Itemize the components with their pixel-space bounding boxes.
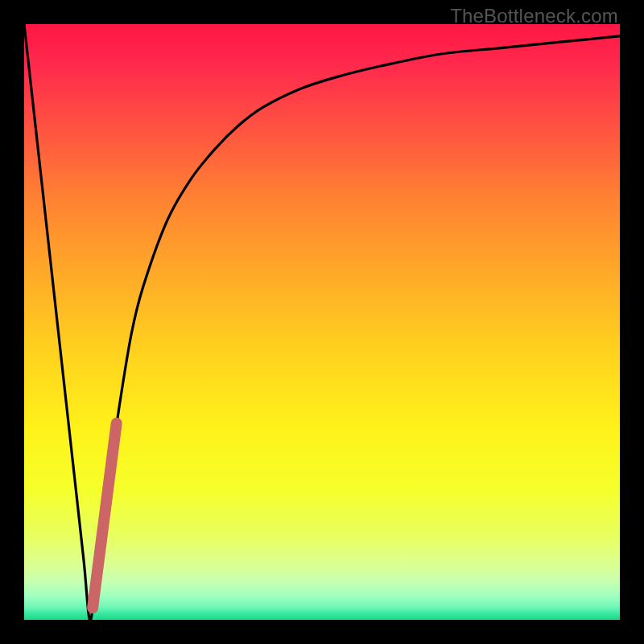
curve-layer (24, 24, 620, 620)
highlight-segment (93, 423, 117, 608)
plot-area (24, 24, 620, 620)
outer-frame: TheBottleneck.com (0, 0, 644, 644)
bottleneck-curve (24, 24, 620, 620)
